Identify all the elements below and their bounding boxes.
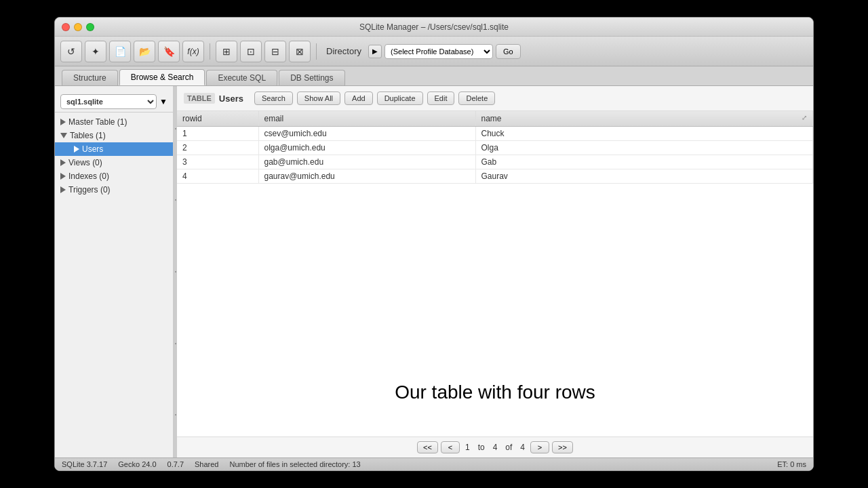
row-button[interactable]: ⊠ (289, 41, 311, 62)
triangle-icon (60, 159, 66, 166)
expand-icon: ⤢ (802, 114, 807, 121)
go-button[interactable]: Go (496, 44, 521, 59)
first-page-button[interactable]: << (417, 441, 438, 453)
column-button[interactable]: ⊟ (264, 41, 286, 62)
open-button[interactable]: 📂 (134, 41, 155, 62)
next-page-button[interactable]: > (530, 441, 549, 453)
prev-page-button[interactable]: < (441, 441, 460, 453)
main-panel: TABLE Users Search Show All Add Duplicat… (177, 86, 813, 458)
triangle-icon (60, 173, 66, 180)
gecko-version: Gecko 24.0 (118, 460, 156, 468)
cell-name: Olga (475, 141, 813, 155)
app-version: 0.7.7 (167, 460, 184, 468)
tab-settings[interactable]: DB Settings (279, 70, 344, 85)
page-to-label: to (478, 443, 485, 452)
edit-button[interactable]: Edit (427, 92, 455, 105)
grid-button[interactable]: ⊞ (216, 41, 237, 62)
cell-name: Gab (475, 155, 813, 169)
toolbar-separator-2 (316, 43, 317, 60)
cell-email: olga@umich.edu (258, 141, 475, 155)
sidebar-item-indexes[interactable]: Indexes (0) (55, 169, 173, 183)
last-page-button[interactable]: >> (552, 441, 573, 453)
maximize-button[interactable] (86, 23, 94, 31)
delete-button[interactable]: Delete (458, 92, 495, 105)
table-button[interactable]: ⊡ (240, 41, 262, 62)
cell-email: gaurav@umich.edu (258, 169, 475, 184)
page-total-rows: 4 (520, 443, 525, 452)
minimize-button[interactable] (74, 23, 82, 31)
sidebar-item-label: Triggers (0) (68, 185, 111, 195)
page-of-label: of (505, 443, 512, 452)
tab-browse[interactable]: Browse & Search (119, 69, 205, 85)
main-content-wrapper: rowid email name ⤢ 1csev@umich.eduChuck2… (177, 111, 813, 458)
bookmark-button[interactable]: 🔖 (158, 41, 180, 62)
database-select[interactable]: sql1.sqlite (60, 94, 157, 109)
cell-rowid: 1 (177, 127, 258, 141)
directory-label: Directory (326, 46, 361, 56)
sidebar-item-label: Master Table (1) (68, 117, 127, 127)
new-button[interactable]: 📄 (109, 41, 131, 62)
column-header-email[interactable]: email (258, 111, 475, 127)
sidebar-item-label: Tables (1) (70, 131, 106, 140)
cell-rowid: 3 (177, 155, 258, 169)
cell-rowid: 2 (177, 141, 258, 155)
sidebar-item-triggers[interactable]: Triggers (0) (55, 183, 173, 197)
table-row[interactable]: 4gaurav@umich.eduGaurav (177, 169, 813, 184)
tools-button[interactable]: ✦ (85, 41, 106, 62)
table-scroll[interactable]: rowid email name ⤢ 1csev@umich.eduChuck2… (177, 111, 813, 436)
search-button[interactable]: Search (254, 92, 293, 105)
table-row[interactable]: 2olga@umich.eduOlga (177, 141, 813, 155)
title-bar: SQLite Manager – /Users/csev/sql1.sqlite (55, 18, 813, 37)
status-bar: SQLite 3.7.17 Gecko 24.0 0.7.7 Shared Nu… (55, 458, 813, 470)
triangle-icon (60, 133, 67, 138)
table-row[interactable]: 3gab@umich.eduGab (177, 155, 813, 169)
table-row[interactable]: 1csev@umich.eduChuck (177, 127, 813, 141)
show-all-button[interactable]: Show All (297, 92, 340, 105)
window-title: SQLite Manager – /Users/csev/sql1.sqlite (359, 22, 509, 32)
table-label: TABLE (184, 93, 215, 104)
profile-database-select[interactable]: (Select Profile Database) (384, 44, 493, 59)
file-count: Number of files in selected directory: 1… (230, 460, 361, 468)
triangle-icon (74, 146, 79, 152)
page-total-page: 4 (493, 443, 498, 452)
cell-email: gab@umich.edu (258, 155, 475, 169)
sidebar-item-label: Views (0) (68, 158, 102, 167)
column-header-name[interactable]: name ⤢ (475, 111, 813, 127)
add-button[interactable]: Add (344, 92, 373, 105)
tab-execute[interactable]: Execute SQL (206, 70, 277, 85)
resizer-dot (175, 271, 176, 272)
sidebar-item-tables[interactable]: Tables (1) (55, 129, 173, 142)
traffic-lights (62, 23, 94, 31)
page-current: 1 (465, 443, 470, 452)
sidebar-item-users[interactable]: Users (55, 142, 173, 156)
sidebar-item-master-table[interactable]: Master Table (1) (55, 115, 173, 129)
duplicate-button[interactable]: Duplicate (377, 92, 423, 105)
data-table: rowid email name ⤢ 1csev@umich.eduChuck2… (177, 111, 813, 184)
et-label: ET: 0 ms (777, 460, 806, 468)
sidebar-item-views[interactable]: Views (0) (55, 156, 173, 169)
refresh-button[interactable]: ↺ (60, 41, 82, 62)
shared-label: Shared (195, 460, 218, 468)
column-header-rowid[interactable]: rowid (177, 111, 258, 127)
sidebar: sql1.sqlite ▼ Master Table (1) Tables (1… (55, 86, 174, 458)
table-name: Users (219, 94, 243, 104)
resizer-dot (175, 128, 176, 129)
content-area: sql1.sqlite ▼ Master Table (1) Tables (1… (55, 86, 813, 458)
sidebar-item-label: Users (82, 144, 103, 154)
cell-name: Chuck (475, 127, 813, 141)
function-button[interactable]: f(x) (182, 41, 204, 62)
sidebar-top: sql1.sqlite ▼ (55, 92, 173, 113)
tab-structure[interactable]: Structure (62, 70, 118, 85)
table-toolbar: TABLE Users Search Show All Add Duplicat… (177, 86, 813, 111)
toolbar: ↺ ✦ 📄 📂 🔖 f(x) ⊞ ⊡ ⊟ ⊠ Directory ▶ (Sele… (55, 37, 813, 66)
column-header-name-text: name (481, 114, 502, 123)
sidebar-item-label: Indexes (0) (68, 171, 109, 181)
cell-name: Gaurav (475, 169, 813, 184)
resizer-dot (175, 343, 176, 344)
cell-email: csev@umich.edu (258, 127, 475, 141)
resizer-dot (175, 414, 176, 415)
close-button[interactable] (62, 23, 70, 31)
toolbar-separator-1 (210, 43, 210, 60)
directory-arrow-button[interactable]: ▶ (368, 45, 382, 58)
resizer-dot (175, 199, 176, 201)
